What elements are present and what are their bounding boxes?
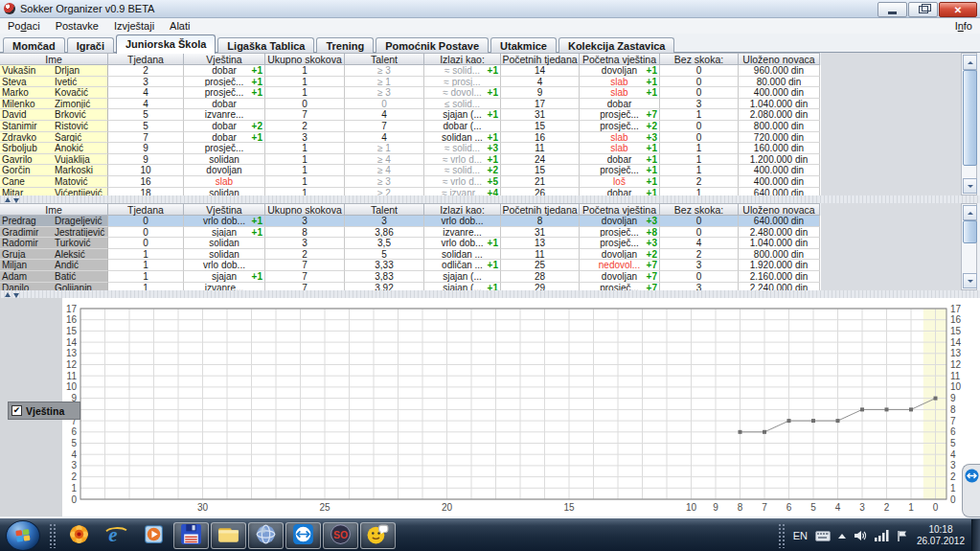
checkbox-checked-icon[interactable]: ✔ [11,405,22,416]
svg-text:15: 15 [563,502,575,513]
tab-trening[interactable]: Trening [316,37,374,54]
column-header-ime[interactable]: Ime [0,203,108,216]
scroll-thumb[interactable] [963,220,977,243]
legend-vjestina-toggle[interactable]: ✔ Vještina [8,402,80,420]
taskbar-photo-viewer-button[interactable] [61,522,97,549]
player-row[interactable]: MilenkoZimonjić 4 dobar 0 0 ≤ solid... 1… [0,99,821,110]
player-row[interactable]: CaneMatović 16 slab 1 ≥ 3 ≈ vrlo d...+5 … [0,176,821,188]
scroll-down-button[interactable] [963,273,977,288]
table1-vertical-scrollbar[interactable] [961,53,977,195]
menu-podaci[interactable]: Podaci [0,20,48,32]
player-row[interactable]: StevaIvetić 3 prosječ...+1 1 ≥ 1 ≈ prosj… [0,77,821,88]
tab-utakmice[interactable]: Utakmice [490,37,557,54]
restore-button[interactable] [908,2,938,17]
scroll-down-button[interactable] [963,178,977,194]
player-name-cell: GavriloVujaklija [0,154,108,166]
menu-postavke[interactable]: Postavke [48,20,106,32]
column-header-bez-skoka[interactable]: Bez skoka: [660,203,739,216]
total-jumps-cell: 2 [265,249,345,261]
tab-ligaska-tablica[interactable]: Ligaška Tablica [217,37,314,54]
taskbar-file-explorer-button[interactable] [211,522,246,549]
tab-juniorska-skola[interactable]: Juniorska Škola [116,34,216,54]
column-header-vjestina[interactable]: Vještina [184,203,265,216]
player-row[interactable]: AdamBatić 1 sjajan+1 7 3,83 sjajan (... … [0,271,821,283]
column-header-pocetnih-tjedana[interactable]: Početnih tjedana [501,203,580,216]
start-skill-cell: prosječ...+1 [580,165,660,176]
column-header-ulozeno-novaca[interactable]: Uloženo novaca [739,53,820,65]
split-divider-2[interactable] [0,290,980,298]
player-row[interactable]: GorčinMarkoski 10 dovoljan 1 ≥ 4 ≈ solid… [0,165,821,176]
column-header-pocetna-vjestina[interactable]: Početna vještina [580,53,660,65]
hidden-icons-arrow[interactable] [838,530,846,539]
player-row[interactable]: MiljanAndić 1 vrlo dob... 7 3,33 odličan… [0,260,821,271]
keyboard-icon[interactable] [815,531,831,541]
skill-cell: solidan [184,249,265,261]
taskbar-windows-media-player-button[interactable] [136,522,171,549]
player-row[interactable]: DaniloGolijanin 1 izvanre... 7 3,92 sjaj… [0,283,821,290]
player-row[interactable]: PredragDrageljević 0 vrlo dob...+1 3 3 v… [0,216,821,227]
player-row[interactable]: SrboljubAnokić 9 prosječ... 1 ≥ 1 ≈ soli… [0,143,821,154]
scroll-up-button[interactable] [963,55,977,70]
start-button[interactable] [6,520,40,551]
column-header-pocetna-vjestina[interactable]: Početna vještina [580,203,660,216]
column-header-tjedana[interactable]: Tjedana [108,53,184,65]
total-jumps-cell: 3 [265,132,345,144]
taskbar-floppy-save-button[interactable] [173,522,209,549]
taskbar-instant-messenger-button[interactable] [360,522,396,549]
minimize-button[interactable] [877,2,907,17]
menu-alati[interactable]: Alati [162,20,197,32]
player-row[interactable]: StanimirRistović 5 dobar+2 2 7 dobar (..… [0,121,821,132]
tab-pomocnik-postave[interactable]: Pomoćnik Postave [376,37,489,54]
tray-clock[interactable]: 10:18 26.07.2012 [917,524,965,547]
column-header-talent[interactable]: Talent [345,53,424,65]
speaker-icon[interactable] [854,530,867,541]
menu-izvjestaji[interactable]: Izvještaji [106,20,162,32]
teamviewer-edge-tab[interactable] [962,464,980,517]
player-row[interactable]: DavidBrković 5 izvanre... 7 4 sjajan (..… [0,109,821,121]
comes-out-cell: ≈ dovol...+1 [424,87,501,99]
show-desktop-button[interactable] [971,519,980,551]
split-up-arrow-icon[interactable] [5,195,11,202]
column-header-talent[interactable]: Talent [345,203,424,216]
menu-info[interactable]: Info [947,20,980,32]
column-header-ukupno-skokova[interactable]: Ukupno skokova [265,53,345,65]
split-divider-1[interactable] [0,195,980,203]
column-header-bez-skoka[interactable]: Bez skoka: [660,53,739,65]
taskbar-sokker-organizer-button[interactable]: SO [323,522,358,549]
column-header-pocetnih-tjedana[interactable]: Početnih tjedana [501,53,580,65]
language-indicator[interactable]: EN [793,530,808,541]
split-up-arrow-icon[interactable] [5,289,11,297]
player-row[interactable]: ZdravkoŠargić 7 dobar+1 3 4 solidan ...+… [0,132,821,144]
scroll-up-button[interactable] [963,205,977,220]
column-header-izlazi-kao[interactable]: Izlazi kao: [424,53,501,65]
close-button[interactable]: ✕ [939,2,977,17]
player-row[interactable]: MitarVićentijević 18 solidan 1 ≥ 2 ≈ izv… [0,188,821,195]
player-row[interactable]: GrujaAleksić 1 solidan 2 5 solidan ... 1… [0,249,821,261]
taskbar-globe-browser-button[interactable] [248,522,284,549]
total-jumps-cell: 1 [265,154,345,166]
tab-momcad[interactable]: Momčad [3,37,65,54]
column-header-vjestina[interactable]: Vještina [184,53,265,65]
scroll-thumb[interactable] [963,70,977,166]
column-header-ulozeno-novaca[interactable]: Uloženo novaca [739,203,820,216]
taskbar-teamviewer-button[interactable] [285,522,321,549]
player-row[interactable]: GavriloVujaklija 9 solidan 1 ≥ 4 ≈ vrlo … [0,154,821,166]
player-row[interactable]: MarkoKovačić 4 prosječ...+1 1 ≥ 3 ≈ dovo… [0,87,821,99]
table2-vertical-scrollbar[interactable] [961,203,977,290]
column-header-izlazi-kao[interactable]: Izlazi kao: [424,203,501,216]
column-header-tjedana[interactable]: Tjedana [108,203,184,216]
teamviewer-icon [291,522,315,550]
network-signal-icon[interactable] [875,530,889,541]
tab-igraci[interactable]: Igrači [67,37,114,54]
start-skill-cell: dovoljan+7 [580,271,660,283]
svg-text:30: 30 [197,502,209,513]
player-row[interactable]: GradimirJestratijević 0 sjajan+1 8 3,86 … [0,227,821,239]
player-row[interactable]: RadomirTurković 0 solidan 3 3,5 vrlo dob… [0,238,821,249]
column-header-ime[interactable]: Ime [0,53,108,65]
tab-kolekcija-zastavica[interactable]: Kolekcija Zastavica [558,37,675,54]
taskbar-internet-explorer-button[interactable]: e [99,522,134,549]
column-header-ukupno-skokova[interactable]: Ukupno skokova [265,203,345,216]
player-row[interactable]: VukašinDrljan 2 dobar+1 1 ≥ 3 ≈ solid...… [0,65,821,77]
action-center-flag-icon[interactable] [897,530,908,542]
file-explorer-icon [217,522,240,550]
